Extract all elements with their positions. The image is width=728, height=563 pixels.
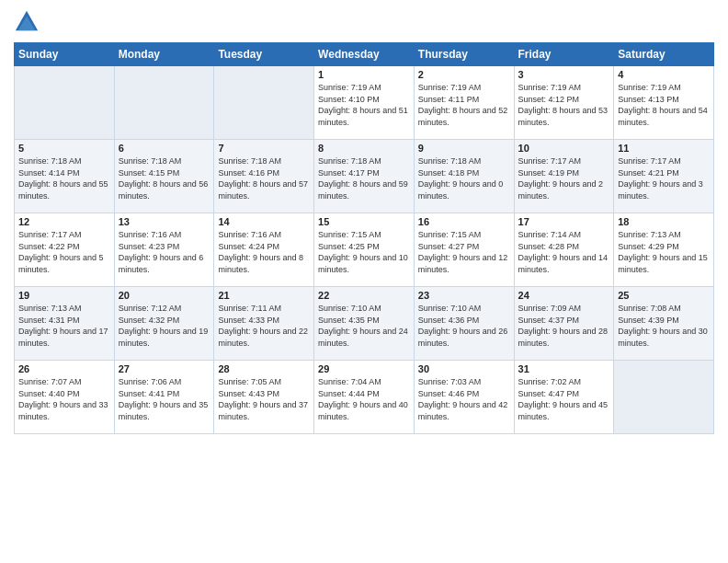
calendar-cell: 23Sunrise: 7:10 AM Sunset: 4:36 PM Dayli… bbox=[414, 287, 514, 361]
day-number: 31 bbox=[518, 363, 610, 374]
cell-info: Sunrise: 7:18 AM Sunset: 4:16 PM Dayligh… bbox=[218, 155, 310, 201]
calendar-cell: 5Sunrise: 7:18 AM Sunset: 4:14 PM Daylig… bbox=[15, 140, 115, 213]
day-number: 17 bbox=[518, 216, 610, 227]
cell-info: Sunrise: 7:16 AM Sunset: 4:24 PM Dayligh… bbox=[218, 229, 310, 275]
day-header-thursday: Thursday bbox=[414, 43, 514, 66]
calendar-cell: 25Sunrise: 7:08 AM Sunset: 4:39 PM Dayli… bbox=[614, 287, 714, 361]
cell-info: Sunrise: 7:19 AM Sunset: 4:13 PM Dayligh… bbox=[618, 82, 710, 128]
cell-info: Sunrise: 7:17 AM Sunset: 4:19 PM Dayligh… bbox=[518, 155, 610, 201]
day-number: 10 bbox=[518, 143, 610, 154]
day-number: 9 bbox=[418, 143, 510, 154]
day-number: 25 bbox=[618, 290, 710, 301]
calendar-cell: 24Sunrise: 7:09 AM Sunset: 4:37 PM Dayli… bbox=[514, 287, 614, 361]
calendar-cell bbox=[15, 66, 115, 140]
calendar-cell: 30Sunrise: 7:03 AM Sunset: 4:46 PM Dayli… bbox=[414, 361, 514, 434]
logo bbox=[14, 9, 41, 35]
calendar-week-1: 1Sunrise: 7:19 AM Sunset: 4:10 PM Daylig… bbox=[15, 66, 714, 140]
day-number: 11 bbox=[618, 143, 710, 154]
cell-info: Sunrise: 7:10 AM Sunset: 4:35 PM Dayligh… bbox=[318, 303, 410, 349]
cell-info: Sunrise: 7:18 AM Sunset: 4:14 PM Dayligh… bbox=[18, 155, 110, 201]
day-number: 7 bbox=[218, 143, 310, 154]
cell-info: Sunrise: 7:17 AM Sunset: 4:21 PM Dayligh… bbox=[618, 155, 710, 201]
calendar-cell: 13Sunrise: 7:16 AM Sunset: 4:23 PM Dayli… bbox=[114, 213, 214, 287]
day-number: 21 bbox=[218, 290, 310, 301]
calendar-cell: 22Sunrise: 7:10 AM Sunset: 4:35 PM Dayli… bbox=[314, 287, 415, 361]
cell-info: Sunrise: 7:18 AM Sunset: 4:17 PM Dayligh… bbox=[318, 155, 410, 201]
cell-info: Sunrise: 7:19 AM Sunset: 4:10 PM Dayligh… bbox=[318, 82, 410, 128]
cell-info: Sunrise: 7:16 AM Sunset: 4:23 PM Dayligh… bbox=[119, 229, 210, 275]
calendar-cell: 17Sunrise: 7:14 AM Sunset: 4:28 PM Dayli… bbox=[514, 213, 614, 287]
day-number: 12 bbox=[18, 216, 110, 227]
calendar-week-5: 26Sunrise: 7:07 AM Sunset: 4:40 PM Dayli… bbox=[15, 361, 714, 434]
day-number: 28 bbox=[218, 363, 310, 374]
cell-info: Sunrise: 7:18 AM Sunset: 4:18 PM Dayligh… bbox=[418, 155, 510, 201]
calendar-cell: 16Sunrise: 7:15 AM Sunset: 4:27 PM Dayli… bbox=[414, 213, 514, 287]
day-number: 13 bbox=[119, 216, 210, 227]
calendar-cell: 4Sunrise: 7:19 AM Sunset: 4:13 PM Daylig… bbox=[614, 66, 714, 140]
cell-info: Sunrise: 7:11 AM Sunset: 4:33 PM Dayligh… bbox=[218, 303, 310, 349]
header-row: SundayMondayTuesdayWednesdayThursdayFrid… bbox=[15, 43, 714, 66]
calendar-week-2: 5Sunrise: 7:18 AM Sunset: 4:14 PM Daylig… bbox=[15, 140, 714, 213]
calendar-cell: 6Sunrise: 7:18 AM Sunset: 4:15 PM Daylig… bbox=[114, 140, 214, 213]
calendar-cell: 3Sunrise: 7:19 AM Sunset: 4:12 PM Daylig… bbox=[514, 66, 614, 140]
day-number: 5 bbox=[18, 143, 110, 154]
calendar-cell: 8Sunrise: 7:18 AM Sunset: 4:17 PM Daylig… bbox=[314, 140, 415, 213]
calendar-cell: 11Sunrise: 7:17 AM Sunset: 4:21 PM Dayli… bbox=[614, 140, 714, 213]
cell-info: Sunrise: 7:17 AM Sunset: 4:22 PM Dayligh… bbox=[18, 229, 110, 275]
day-header-friday: Friday bbox=[514, 43, 614, 66]
cell-info: Sunrise: 7:15 AM Sunset: 4:25 PM Dayligh… bbox=[318, 229, 410, 275]
day-number: 15 bbox=[318, 216, 410, 227]
day-number: 18 bbox=[618, 216, 710, 227]
day-number: 26 bbox=[18, 363, 110, 374]
calendar-cell: 19Sunrise: 7:13 AM Sunset: 4:31 PM Dayli… bbox=[15, 287, 115, 361]
calendar-week-3: 12Sunrise: 7:17 AM Sunset: 4:22 PM Dayli… bbox=[15, 213, 714, 287]
day-header-saturday: Saturday bbox=[614, 43, 714, 66]
day-number: 14 bbox=[218, 216, 310, 227]
day-header-monday: Monday bbox=[114, 43, 214, 66]
day-number: 4 bbox=[618, 69, 710, 80]
calendar-cell: 21Sunrise: 7:11 AM Sunset: 4:33 PM Dayli… bbox=[214, 287, 314, 361]
cell-info: Sunrise: 7:13 AM Sunset: 4:31 PM Dayligh… bbox=[18, 303, 110, 349]
cell-info: Sunrise: 7:08 AM Sunset: 4:39 PM Dayligh… bbox=[618, 303, 710, 349]
cell-info: Sunrise: 7:12 AM Sunset: 4:32 PM Dayligh… bbox=[119, 303, 210, 349]
day-header-sunday: Sunday bbox=[15, 43, 115, 66]
cell-info: Sunrise: 7:03 AM Sunset: 4:46 PM Dayligh… bbox=[418, 376, 510, 422]
cell-info: Sunrise: 7:07 AM Sunset: 4:40 PM Dayligh… bbox=[18, 376, 110, 422]
calendar-cell: 18Sunrise: 7:13 AM Sunset: 4:29 PM Dayli… bbox=[614, 213, 714, 287]
day-number: 19 bbox=[18, 290, 110, 301]
calendar-cell bbox=[114, 66, 214, 140]
calendar-cell bbox=[214, 66, 314, 140]
cell-info: Sunrise: 7:15 AM Sunset: 4:27 PM Dayligh… bbox=[418, 229, 510, 275]
calendar-cell: 1Sunrise: 7:19 AM Sunset: 4:10 PM Daylig… bbox=[314, 66, 415, 140]
day-number: 16 bbox=[418, 216, 510, 227]
calendar-cell: 27Sunrise: 7:06 AM Sunset: 4:41 PM Dayli… bbox=[114, 361, 214, 434]
calendar-cell: 9Sunrise: 7:18 AM Sunset: 4:18 PM Daylig… bbox=[414, 140, 514, 213]
day-header-tuesday: Tuesday bbox=[214, 43, 314, 66]
day-number: 24 bbox=[518, 290, 610, 301]
day-number: 1 bbox=[318, 69, 410, 80]
calendar-cell: 10Sunrise: 7:17 AM Sunset: 4:19 PM Dayli… bbox=[514, 140, 614, 213]
day-number: 29 bbox=[318, 363, 410, 374]
cell-info: Sunrise: 7:13 AM Sunset: 4:29 PM Dayligh… bbox=[618, 229, 710, 275]
day-number: 27 bbox=[119, 363, 210, 374]
cell-info: Sunrise: 7:19 AM Sunset: 4:12 PM Dayligh… bbox=[518, 82, 610, 128]
day-number: 8 bbox=[318, 143, 410, 154]
logo-icon bbox=[14, 9, 40, 35]
page-container: SundayMondayTuesdayWednesdayThursdayFrid… bbox=[0, 0, 728, 443]
day-number: 6 bbox=[119, 143, 210, 154]
cell-info: Sunrise: 7:06 AM Sunset: 4:41 PM Dayligh… bbox=[119, 376, 210, 422]
day-number: 20 bbox=[119, 290, 210, 301]
day-number: 2 bbox=[418, 69, 510, 80]
cell-info: Sunrise: 7:09 AM Sunset: 4:37 PM Dayligh… bbox=[518, 303, 610, 349]
cell-info: Sunrise: 7:02 AM Sunset: 4:47 PM Dayligh… bbox=[518, 376, 610, 422]
header bbox=[14, 9, 714, 35]
day-header-wednesday: Wednesday bbox=[314, 43, 415, 66]
cell-info: Sunrise: 7:14 AM Sunset: 4:28 PM Dayligh… bbox=[518, 229, 610, 275]
calendar-week-4: 19Sunrise: 7:13 AM Sunset: 4:31 PM Dayli… bbox=[15, 287, 714, 361]
calendar-cell: 2Sunrise: 7:19 AM Sunset: 4:11 PM Daylig… bbox=[414, 66, 514, 140]
calendar-cell: 12Sunrise: 7:17 AM Sunset: 4:22 PM Dayli… bbox=[15, 213, 115, 287]
calendar-cell: 29Sunrise: 7:04 AM Sunset: 4:44 PM Dayli… bbox=[314, 361, 415, 434]
cell-info: Sunrise: 7:18 AM Sunset: 4:15 PM Dayligh… bbox=[119, 155, 210, 201]
cell-info: Sunrise: 7:10 AM Sunset: 4:36 PM Dayligh… bbox=[418, 303, 510, 349]
cell-info: Sunrise: 7:19 AM Sunset: 4:11 PM Dayligh… bbox=[418, 82, 510, 128]
